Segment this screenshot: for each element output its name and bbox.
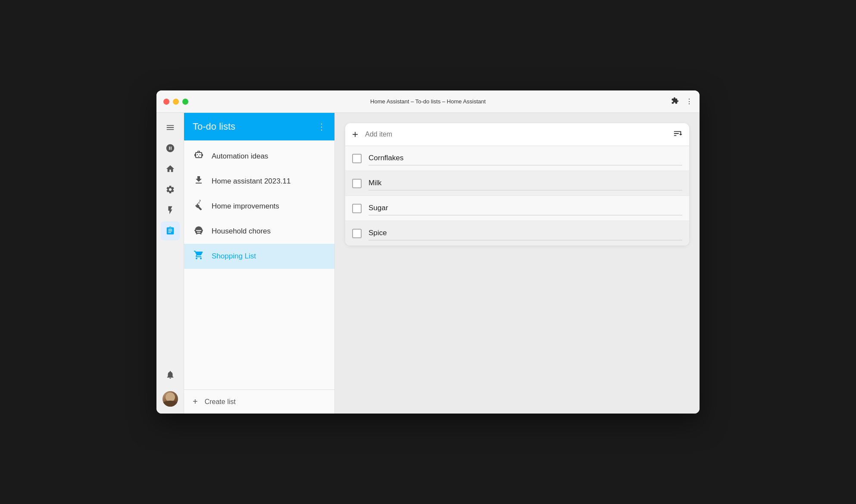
close-button[interactable] <box>163 99 169 105</box>
lists-panel: To-do lists ⋮ Automation ideas <box>184 113 335 414</box>
more-options-icon[interactable]: ⋮ <box>686 97 693 106</box>
add-item-icon[interactable]: + <box>352 128 358 140</box>
lists-header: To-do lists ⋮ <box>184 113 334 140</box>
minimize-button[interactable] <box>173 99 179 105</box>
robot-icon <box>193 150 205 163</box>
sidebar-item-todo[interactable] <box>161 221 180 240</box>
extensions-icon[interactable] <box>671 97 679 106</box>
sidebar-icons <box>156 113 184 414</box>
lists-header-more-icon[interactable]: ⋮ <box>317 121 326 132</box>
titlebar-actions: ⋮ <box>671 97 693 106</box>
add-item-input[interactable] <box>365 129 666 140</box>
maximize-button[interactable] <box>182 99 188 105</box>
sidebar-item-integrations[interactable] <box>161 139 180 158</box>
create-list-label: Create list <box>205 398 236 406</box>
main-content: To-do lists ⋮ Automation ideas <box>156 113 700 414</box>
sidebar-menu-icon[interactable] <box>161 118 180 137</box>
checkbox-sugar[interactable] <box>352 204 362 213</box>
checkbox-spice[interactable] <box>352 229 362 238</box>
titlebar: Home Assistant – To-do lists – Home Assi… <box>156 90 700 113</box>
list-item-household-chores[interactable]: Household chores <box>184 219 334 244</box>
sidebar-item-automation[interactable] <box>161 201 180 220</box>
todo-item-sugar: Sugar <box>345 196 689 221</box>
list-item-home-assistant-2023[interactable]: Home assistant 2023.11 <box>184 169 334 194</box>
sidebar-item-notifications[interactable] <box>161 365 180 384</box>
todo-label-sugar: Sugar <box>369 201 682 215</box>
list-item-label: Shopping List <box>212 252 256 261</box>
checkbox-milk[interactable] <box>352 179 362 188</box>
add-item-row: + <box>345 123 689 146</box>
list-item-home-improvements[interactable]: Home improvements <box>184 194 334 219</box>
window-title: Home Assistant – To-do lists – Home Assi… <box>370 98 486 105</box>
list-item-label: Automation ideas <box>212 152 268 161</box>
todo-label-spice: Spice <box>369 226 682 240</box>
create-list-button[interactable]: + Create list <box>184 389 334 414</box>
lists-panel-title: To-do lists <box>193 121 235 132</box>
sort-icon[interactable] <box>673 129 682 140</box>
sidebar-item-config[interactable] <box>161 180 180 199</box>
user-avatar[interactable] <box>161 389 180 408</box>
lists-items: Automation ideas Home assistant 2023.11 <box>184 140 334 389</box>
sidebar-item-dashboard[interactable] <box>161 159 180 178</box>
hammer-icon <box>193 200 205 213</box>
traffic-lights <box>163 99 188 105</box>
list-item-label: Home improvements <box>212 202 279 211</box>
main-panel: + Cornflakes Milk <box>335 113 700 414</box>
list-item-shopping-list[interactable]: Shopping List <box>184 244 334 269</box>
todo-item-spice: Spice <box>345 221 689 246</box>
todo-label-milk: Milk <box>369 176 682 190</box>
plus-icon: + <box>193 397 198 407</box>
todo-card: + Cornflakes Milk <box>345 123 689 246</box>
todo-label-cornflakes: Cornflakes <box>369 151 682 165</box>
list-item-label: Household chores <box>212 227 271 236</box>
cart-icon <box>193 250 205 263</box>
todo-item-cornflakes: Cornflakes <box>345 146 689 171</box>
broom-icon <box>193 225 205 238</box>
app-window: Home Assistant – To-do lists – Home Assi… <box>156 90 700 414</box>
list-item-automation-ideas[interactable]: Automation ideas <box>184 144 334 169</box>
list-item-label: Home assistant 2023.11 <box>212 177 291 186</box>
checkbox-cornflakes[interactable] <box>352 154 362 163</box>
download-home-icon <box>193 175 205 188</box>
todo-item-milk: Milk <box>345 171 689 196</box>
